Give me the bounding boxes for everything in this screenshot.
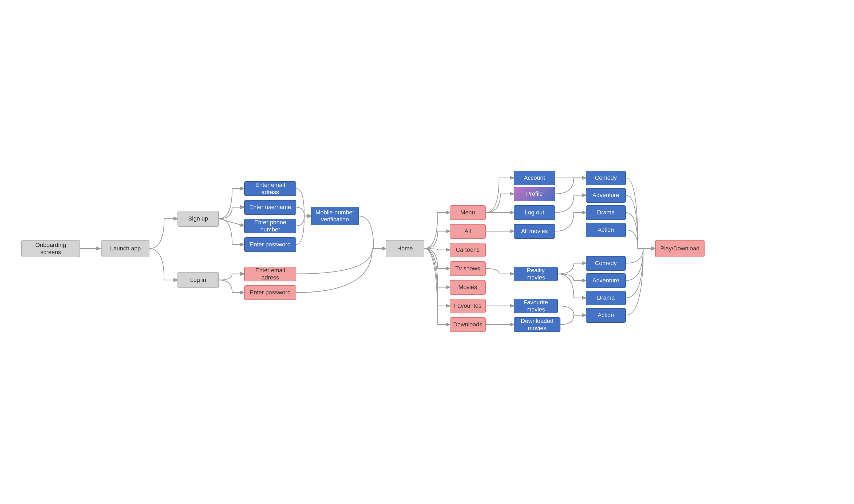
downloaded-movies-node: Downloaded movies bbox=[514, 317, 560, 332]
adventure1-node: Adventure bbox=[586, 188, 626, 203]
enter-password-login-node: Enter password bbox=[244, 285, 296, 300]
comedy1-node: Comedy bbox=[586, 171, 626, 185]
comedy2-node: Comedy bbox=[586, 256, 626, 271]
enter-phone-node: Enter phone number bbox=[244, 219, 296, 233]
enter-username-node: Enter username bbox=[244, 200, 296, 215]
drama1-node: Drama bbox=[586, 205, 626, 220]
downloads-node: Downloads bbox=[450, 317, 486, 332]
all-movies-node: All movies bbox=[514, 224, 555, 239]
flowchart-canvas: Onboarding screens Launch app Sign up Lo… bbox=[0, 0, 854, 504]
logout-node: Log out bbox=[514, 205, 555, 220]
action1-node: Action bbox=[586, 223, 626, 237]
mobile-verify-node: Mobile number verification bbox=[311, 207, 359, 225]
enter-email-login-node: Enter email adress bbox=[244, 267, 296, 281]
enter-email-signup-node: Enter email adress bbox=[244, 181, 296, 196]
signup-node: Sign up bbox=[177, 211, 219, 227]
enter-password-signup-node: Enter password bbox=[244, 237, 296, 252]
drama2-node: Drama bbox=[586, 291, 626, 305]
favourite-movies-node: Favourite movies bbox=[514, 299, 558, 313]
tvshows-node: Tv shows bbox=[450, 261, 486, 276]
home-node: Home bbox=[386, 240, 424, 257]
movies-node: Movies bbox=[450, 280, 486, 295]
reality-movies-node: Reality movies bbox=[514, 267, 558, 281]
profile-node: Profile bbox=[514, 187, 555, 201]
cartoons-node: Cartoons bbox=[450, 243, 486, 257]
menu-node: Menu bbox=[450, 205, 486, 220]
all-node: All bbox=[450, 224, 486, 239]
action2-node: Action bbox=[586, 308, 626, 323]
account-node: Account bbox=[514, 171, 555, 185]
launch-app-node: Launch app bbox=[101, 240, 150, 257]
adventure2-node: Adventure bbox=[586, 273, 626, 288]
login-node: Log in bbox=[177, 272, 219, 288]
onboarding-node: Onboarding screens bbox=[21, 240, 80, 257]
favourites-node: Favourites bbox=[450, 299, 486, 313]
play-download-node: Play/Download bbox=[655, 240, 704, 257]
